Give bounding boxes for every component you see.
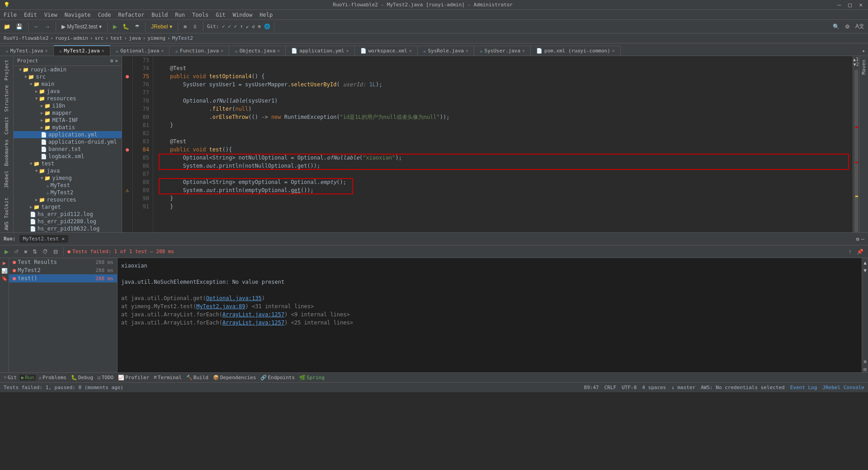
tree-test-java[interactable]: ▼ 📁 java (14, 167, 122, 174)
tree-target[interactable]: ▶ 📁 target (14, 203, 122, 211)
run-icon[interactable]: ▶ (3, 260, 6, 266)
profiler-tab[interactable]: 📈 Profiler (116, 375, 151, 381)
stack-link-2[interactable]: MyTest2.java:89 (196, 303, 245, 310)
menu-file[interactable]: File (0, 11, 20, 19)
tab-more-button[interactable]: ▸ (859, 46, 868, 56)
sort-alpha-button[interactable]: ⇅ (31, 248, 39, 256)
tree-mytest[interactable]: ☕ MyTest (14, 182, 122, 189)
scroll-bottom-button[interactable]: ▼ (863, 268, 867, 273)
tab-mytest[interactable]: ☕ MyTest.java × (0, 46, 54, 56)
tree-mytest2[interactable]: ☕ MyTest2 (14, 189, 122, 196)
dependencies-tab[interactable]: 📦 Dependencies (211, 375, 258, 381)
pin-button[interactable]: 📌 (855, 248, 865, 256)
git-tab[interactable]: ⑂ Git (2, 375, 19, 381)
endpoints-tab[interactable]: 🔗 Endpoints (259, 375, 297, 381)
editor-scrollbar[interactable]: ▲16 ▼2 (853, 56, 859, 232)
menu-window[interactable]: Window (229, 11, 256, 19)
tab-sysrole[interactable]: ☕ SysRole.java × (418, 46, 474, 56)
expand-button[interactable]: ↑ (847, 248, 853, 256)
test-method-item[interactable]: ● test() 288 ms (9, 274, 117, 282)
menu-git[interactable]: Git (212, 11, 229, 19)
project-icon[interactable]: Project (3, 58, 10, 82)
run-with-coverage[interactable]: ☂ (133, 23, 142, 31)
menu-edit[interactable]: Edit (20, 11, 41, 19)
debug-button[interactable]: 🐛 (121, 23, 131, 31)
git-branch[interactable]: ↓ master (671, 385, 695, 390)
tree-src[interactable]: ▼ 📁 src (14, 73, 122, 80)
stack-link-3[interactable]: ArrayList.java:1257 (222, 311, 284, 318)
menu-code[interactable]: Code (94, 11, 115, 19)
tab-sysuser[interactable]: ☕ SysUser.java × (474, 46, 531, 56)
breadcrumb-part[interactable]: test (110, 35, 123, 41)
jrebel-console[interactable]: JRebel Console (822, 385, 864, 390)
tree-application-druid[interactable]: 📄 application-druid.yml (14, 138, 122, 146)
back-button[interactable]: ← (32, 23, 41, 31)
tab-close[interactable]: × (45, 48, 47, 53)
tab-close[interactable]: × (409, 48, 412, 53)
tree-metainf[interactable]: ▶ 📁 META-INF (14, 117, 122, 124)
todo-tab[interactable]: ☑ TODO (96, 375, 115, 381)
tab-close[interactable]: × (221, 48, 223, 53)
spring-tab[interactable]: 🌿 Spring (297, 375, 326, 381)
open-project-button[interactable]: 📁 (2, 23, 12, 31)
menu-navigate[interactable]: Navigate (61, 11, 94, 19)
tab-close[interactable]: × (346, 48, 349, 53)
tab-objects[interactable]: ☕ Objects.java × (229, 46, 286, 56)
tab-close[interactable]: × (277, 48, 280, 53)
jrebel-icon[interactable]: JRebel (3, 169, 10, 190)
breadcrumb-part[interactable]: RuoYi-flowable2 (4, 35, 48, 41)
run-tab[interactable]: MyTest2.test × (19, 235, 69, 243)
breadcrumb-part[interactable]: MyTest2 (172, 35, 193, 41)
run-settings-icon[interactable]: ⚙ (856, 236, 859, 242)
encoding[interactable]: UTF-8 (622, 385, 637, 390)
cursor-pos[interactable]: 89:47 (584, 385, 599, 390)
tree-mapper[interactable]: ▶ 📁 mapper (14, 109, 122, 117)
tree-hs-err-2[interactable]: 📄 hs_err_pid2280.log (14, 218, 122, 225)
jrebel-button[interactable]: JRebel ▾ (149, 23, 174, 31)
tree-logback[interactable]: 📄 logback.xml (14, 153, 122, 160)
tab-close[interactable]: × (522, 48, 525, 53)
close-button[interactable]: ✕ (857, 1, 864, 8)
translate-button[interactable]: A文 (854, 22, 866, 31)
indent[interactable]: 4 spaces (642, 385, 666, 390)
menu-run[interactable]: Run (171, 11, 189, 19)
tree-java[interactable]: ▶ 📁 java (14, 88, 122, 95)
test-filter-button[interactable]: ⊟ (52, 248, 60, 256)
breadcrumb-part[interactable]: yimeng (147, 35, 165, 41)
forward-button[interactable]: → (43, 23, 52, 31)
breadcrumb-part[interactable]: java (129, 35, 141, 41)
run-close-icon[interactable]: — (861, 236, 864, 242)
tab-close[interactable]: × (612, 48, 615, 53)
tree-mybatis[interactable]: ▶ 📁 mybatis (14, 124, 122, 131)
tab-close[interactable]: × (102, 48, 104, 53)
menu-help[interactable]: Help (256, 11, 276, 19)
tab-appyml[interactable]: 📄 application.yml × (286, 46, 354, 56)
maven-label[interactable]: Maven (861, 60, 867, 75)
run-bottom-tab[interactable]: ▶ Run (19, 375, 36, 381)
problems-tab[interactable]: ⚠ Problems (37, 375, 68, 381)
tab-close[interactable]: × (466, 48, 468, 53)
tab-function[interactable]: ☕ Function.java × (170, 46, 229, 56)
tab-pom[interactable]: 📄 pom.xml (ruoyi-common) × (531, 46, 621, 56)
project-gear-icon[interactable]: ⚙ (110, 58, 113, 64)
tree-yimeng[interactable]: ▼ 📁 yimeng (14, 174, 122, 182)
tree-i18n[interactable]: ▶ 📁 i18n (14, 102, 122, 109)
run-icon-2[interactable]: 📊 (1, 268, 8, 274)
maximize-button[interactable]: □ (846, 1, 854, 8)
tree-hs-err-1[interactable]: 📄 hs_err_pid112.log (14, 211, 122, 218)
build-tab[interactable]: 🔨 Build (184, 375, 210, 381)
breadcrumb-part[interactable]: ruoyi-admin (55, 35, 88, 41)
save-button[interactable]: 💾 (14, 23, 24, 31)
project-close-icon[interactable]: ✕ (115, 58, 118, 64)
bookmarks-icon[interactable]: Bookmarks (3, 137, 10, 168)
output-filter-button[interactable]: ⊟ (863, 367, 867, 372)
run-button[interactable]: ▶ (111, 23, 119, 31)
line-endings[interactable]: CRLF (604, 385, 617, 390)
tree-banner[interactable]: 📄 banner.txt (14, 146, 122, 153)
pause-button[interactable]: ⏸ (190, 23, 199, 31)
stack-link-4[interactable]: ArrayList.java:1257 (222, 320, 284, 326)
structure-icon[interactable]: Structure (3, 83, 10, 114)
aws-status[interactable]: AWS: No credentials selected (701, 385, 784, 390)
minimize-button[interactable]: — (836, 1, 843, 8)
tree-hs-err-3[interactable]: 📄 hs_err_pid10632.log (14, 225, 122, 232)
